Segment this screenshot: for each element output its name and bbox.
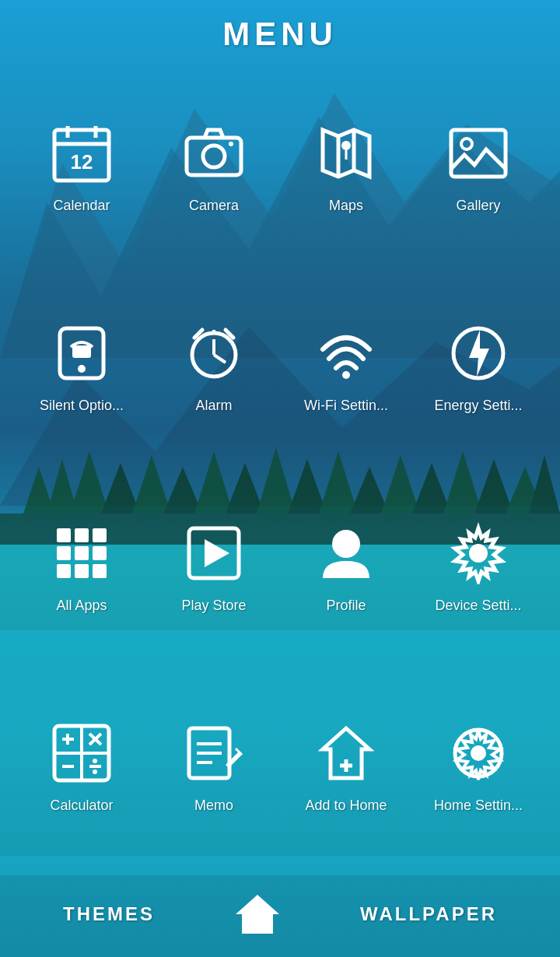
svg-rect-37 xyxy=(72,345,91,358)
memo-icon xyxy=(179,718,249,788)
addtohome-icon xyxy=(311,718,381,788)
profile-icon xyxy=(311,518,381,588)
app-memo[interactable]: Memo xyxy=(148,668,280,868)
silent-label: Silent Optio... xyxy=(40,398,124,414)
app-energy[interactable]: Energy Setti... xyxy=(412,268,544,468)
svg-point-59 xyxy=(332,530,360,558)
app-silent[interactable]: Silent Optio... xyxy=(16,268,148,468)
svg-point-38 xyxy=(78,365,86,373)
svg-line-41 xyxy=(214,355,226,363)
svg-rect-55 xyxy=(75,564,89,578)
addtohome-label: Add to Home xyxy=(305,798,387,814)
profile-label: Profile xyxy=(326,598,366,614)
calendar-icon: 12 xyxy=(47,118,117,188)
wallpaper-button[interactable]: WALLPAPER xyxy=(360,903,497,925)
wifi-icon xyxy=(311,318,381,388)
maps-icon xyxy=(311,118,381,188)
bottom-bar: THEMES WALLPAPER xyxy=(0,875,560,957)
allapps-icon xyxy=(47,518,117,588)
app-camera[interactable]: Camera xyxy=(148,68,280,268)
maps-label: Maps xyxy=(329,198,363,214)
playstore-icon xyxy=(179,518,249,588)
gallery-icon xyxy=(443,118,513,188)
svg-rect-54 xyxy=(57,564,71,578)
app-calendar[interactable]: 12 Calendar xyxy=(16,68,148,268)
svg-rect-34 xyxy=(451,130,506,177)
svg-point-60 xyxy=(469,544,488,563)
app-grid: 12 Calendar Camera Maps Gallery xyxy=(0,61,560,875)
app-allapps[interactable]: All Apps xyxy=(16,468,148,668)
app-alarm[interactable]: Alarm xyxy=(148,268,280,468)
svg-rect-53 xyxy=(93,546,107,560)
app-playstore[interactable]: Play Store xyxy=(148,468,280,668)
calculator-icon xyxy=(47,718,117,788)
wifi-label: Wi-Fi Settin... xyxy=(304,398,388,414)
calendar-label: Calendar xyxy=(53,198,110,214)
app-profile[interactable]: Profile xyxy=(280,468,412,668)
homesettings-icon xyxy=(443,718,513,788)
svg-rect-50 xyxy=(93,528,107,542)
svg-point-70 xyxy=(93,759,97,763)
svg-point-33 xyxy=(341,141,351,150)
svg-point-28 xyxy=(203,145,225,167)
page-title: MENU xyxy=(0,0,560,61)
svg-point-45 xyxy=(342,371,350,379)
app-wifi[interactable]: Wi-Fi Settin... xyxy=(280,268,412,468)
devicesettings-label: Device Setti... xyxy=(435,598,521,614)
app-maps[interactable]: Maps xyxy=(280,68,412,268)
svg-text:12: 12 xyxy=(71,150,93,174)
gallery-label: Gallery xyxy=(456,198,500,214)
allapps-label: All Apps xyxy=(56,598,107,614)
app-calculator[interactable]: Calculator xyxy=(16,668,148,868)
alarm-icon xyxy=(179,318,249,388)
home-button[interactable] xyxy=(234,891,281,938)
svg-marker-58 xyxy=(205,539,229,567)
svg-rect-51 xyxy=(57,546,71,560)
devicesettings-icon xyxy=(443,518,513,588)
app-homesettings[interactable]: Home Settin... xyxy=(412,668,544,868)
svg-point-29 xyxy=(229,142,233,146)
themes-button[interactable]: THEMES xyxy=(63,903,155,925)
energy-icon xyxy=(443,318,513,388)
memo-label: Memo xyxy=(194,798,233,814)
playstore-label: Play Store xyxy=(181,598,246,614)
svg-rect-56 xyxy=(93,564,107,578)
svg-rect-49 xyxy=(75,528,89,542)
svg-rect-48 xyxy=(57,528,71,542)
energy-label: Energy Setti... xyxy=(434,398,522,414)
svg-marker-82 xyxy=(236,895,279,934)
svg-point-81 xyxy=(471,745,486,761)
calculator-label: Calculator xyxy=(50,798,113,814)
svg-point-71 xyxy=(93,769,97,774)
svg-rect-52 xyxy=(75,546,89,560)
camera-label: Camera xyxy=(189,198,239,214)
alarm-label: Alarm xyxy=(195,398,232,414)
svg-marker-47 xyxy=(469,330,489,377)
app-gallery[interactable]: Gallery xyxy=(412,68,544,268)
camera-icon xyxy=(179,118,249,188)
silent-icon xyxy=(47,318,117,388)
app-devicesettings[interactable]: Device Setti... xyxy=(412,468,544,668)
svg-point-35 xyxy=(461,138,472,149)
app-addtohome[interactable]: Add to Home xyxy=(280,668,412,868)
homesettings-label: Home Settin... xyxy=(434,798,523,814)
